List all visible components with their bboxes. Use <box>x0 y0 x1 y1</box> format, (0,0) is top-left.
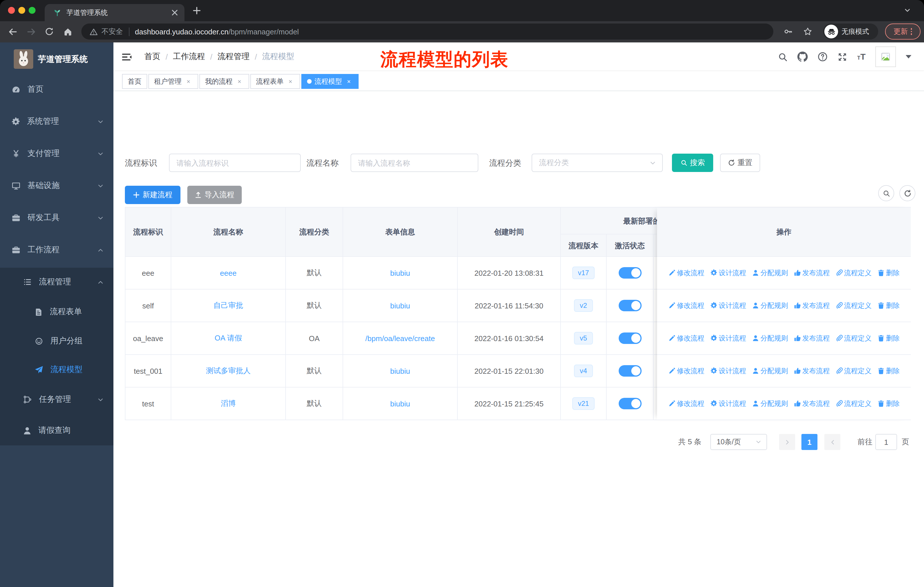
show-search-toggle-button[interactable] <box>878 185 894 201</box>
sidebar-item-payment[interactable]: 支付管理 <box>0 139 114 168</box>
action-process-definition[interactable]: 流程定义 <box>835 398 871 408</box>
action-process-definition[interactable]: 流程定义 <box>835 333 871 343</box>
action-design-process[interactable]: 设计流程 <box>710 333 746 343</box>
bookmark-star-icon[interactable] <box>803 27 812 36</box>
pagination-prev-button[interactable] <box>779 434 795 450</box>
sidebar-item-process-model[interactable]: 流程模型 <box>0 356 114 384</box>
app-logo-row[interactable]: 芋道管理系统 <box>0 42 114 74</box>
action-publish-process[interactable]: 发布流程 <box>794 366 830 376</box>
sidebar-item-task-management[interactable]: 任务管理 <box>0 385 114 414</box>
not-secure-label[interactable]: 不安全 <box>101 26 123 36</box>
action-assign-rule[interactable]: 分配规则 <box>752 333 788 343</box>
sidebar-item-process-management[interactable]: 流程管理 <box>0 268 114 296</box>
action-edit-process[interactable]: 修改流程 <box>668 333 704 343</box>
search-key-input[interactable] <box>169 154 301 172</box>
tag-close-icon[interactable]: × <box>286 78 294 85</box>
action-edit-process[interactable]: 修改流程 <box>668 366 704 376</box>
font-size-icon[interactable]: TT <box>857 51 866 62</box>
breadcrumb-item[interactable]: 首页 <box>144 51 160 62</box>
process-name-link[interactable]: 滔博 <box>221 398 236 409</box>
active-toggle[interactable] <box>619 267 641 279</box>
home-button[interactable] <box>63 27 73 37</box>
pagination-page-1[interactable]: 1 <box>802 434 817 450</box>
reload-button[interactable] <box>45 27 54 36</box>
forward-button[interactable] <box>26 27 36 37</box>
action-delete[interactable]: 删除 <box>877 301 900 311</box>
action-design-process[interactable]: 设计流程 <box>710 301 746 311</box>
action-publish-process[interactable]: 发布流程 <box>794 268 830 278</box>
github-icon[interactable] <box>798 51 808 62</box>
new-tab-button[interactable] <box>193 6 201 15</box>
form-link[interactable]: biubiu <box>390 301 410 310</box>
breadcrumb-item[interactable]: 工作流程 <box>173 51 205 62</box>
browser-menu-dots-icon[interactable] <box>911 28 912 35</box>
sidebar-item-workflow[interactable]: 工作流程 <box>0 236 114 264</box>
browser-update-button[interactable]: 更新 <box>885 23 921 40</box>
sidebar-item-leave-query[interactable]: 请假查询 <box>0 416 114 445</box>
action-assign-rule[interactable]: 分配规则 <box>752 366 788 376</box>
fullscreen-icon[interactable] <box>838 52 848 62</box>
action-delete[interactable]: 删除 <box>877 366 900 376</box>
action-process-definition[interactable]: 流程定义 <box>835 366 871 376</box>
pagination-next-button[interactable] <box>824 434 840 450</box>
tab-search-chevron-icon[interactable] <box>903 6 911 14</box>
window-minimize-button[interactable] <box>18 7 25 14</box>
user-menu-caret-icon[interactable] <box>906 55 911 58</box>
tag-close-icon[interactable]: × <box>345 78 353 85</box>
sidebar-item-process-form[interactable]: 流程表单 <box>0 298 114 326</box>
tag-close-icon[interactable]: × <box>236 78 243 85</box>
action-publish-process[interactable]: 发布流程 <box>794 333 830 343</box>
action-edit-process[interactable]: 修改流程 <box>668 301 704 311</box>
action-design-process[interactable]: 设计流程 <box>710 366 746 376</box>
avatar[interactable] <box>875 46 896 67</box>
action-delete[interactable]: 删除 <box>877 268 900 278</box>
action-edit-process[interactable]: 修改流程 <box>668 398 704 408</box>
active-toggle[interactable] <box>619 365 641 377</box>
sidebar-item-infrastructure[interactable]: 基础设施 <box>0 171 114 200</box>
browser-tab[interactable]: 芋道管理系统 <box>45 4 185 21</box>
action-assign-rule[interactable]: 分配规则 <box>752 301 788 311</box>
search-button[interactable]: 搜索 <box>672 154 713 172</box>
reset-button[interactable]: 重置 <box>720 154 760 172</box>
sidebar-item-dev-tools[interactable]: 研发工具 <box>0 203 114 232</box>
tag-home[interactable]: 首页 <box>122 74 147 89</box>
action-delete[interactable]: 删除 <box>877 333 900 343</box>
form-link[interactable]: biubiu <box>390 269 410 277</box>
process-name-link[interactable]: eeee <box>220 269 237 277</box>
category-select[interactable]: 流程分类 <box>531 154 663 172</box>
action-design-process[interactable]: 设计流程 <box>710 398 746 408</box>
search-name-input[interactable] <box>351 154 478 172</box>
window-zoom-button[interactable] <box>29 7 36 14</box>
tab-close-icon[interactable] <box>171 8 179 17</box>
active-toggle[interactable] <box>619 300 641 311</box>
active-toggle[interactable] <box>619 332 641 344</box>
address-bar[interactable]: 不安全 dashboard.yudao.iocoder.cn/bpm/manag… <box>81 23 773 40</box>
form-link[interactable]: biubiu <box>390 399 410 408</box>
pagination-goto-input[interactable] <box>875 434 897 450</box>
import-process-button[interactable]: 导入流程 <box>187 186 242 204</box>
window-close-button[interactable] <box>8 7 15 14</box>
action-assign-rule[interactable]: 分配规则 <box>752 268 788 278</box>
create-process-button[interactable]: 新建流程 <box>125 186 180 204</box>
action-assign-rule[interactable]: 分配规则 <box>752 398 788 408</box>
password-key-icon[interactable] <box>784 27 793 36</box>
form-link[interactable]: /bpm/oa/leave/create <box>365 334 435 342</box>
action-process-definition[interactable]: 流程定义 <box>835 301 871 311</box>
action-publish-process[interactable]: 发布流程 <box>794 398 830 408</box>
action-edit-process[interactable]: 修改流程 <box>668 268 704 278</box>
action-process-definition[interactable]: 流程定义 <box>835 268 871 278</box>
action-publish-process[interactable]: 发布流程 <box>794 301 830 311</box>
active-toggle[interactable] <box>619 398 641 409</box>
process-name-link[interactable]: 自己审批 <box>213 300 243 311</box>
help-icon[interactable] <box>818 51 828 62</box>
sidebar-item-system[interactable]: 系统管理 <box>0 107 114 136</box>
tag-tenant[interactable]: 租户管理× <box>148 74 198 89</box>
process-name-link[interactable]: 测试多审批人 <box>206 366 251 376</box>
form-link[interactable]: biubiu <box>390 367 410 375</box>
sidebar-item-user-group[interactable]: 用户分组 <box>0 327 114 356</box>
tag-close-icon[interactable]: × <box>185 78 193 85</box>
search-icon[interactable] <box>778 52 788 62</box>
back-button[interactable] <box>8 27 18 37</box>
sidebar-item-home[interactable]: 首页 <box>0 75 114 104</box>
tag-process-model[interactable]: 流程模型× <box>301 74 359 89</box>
